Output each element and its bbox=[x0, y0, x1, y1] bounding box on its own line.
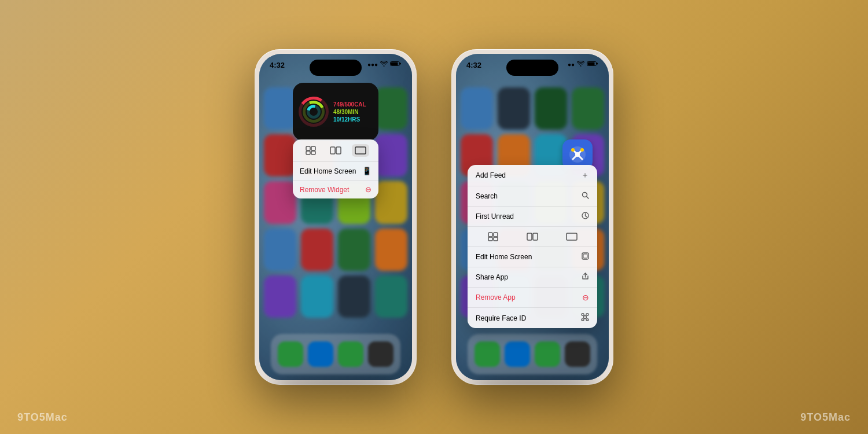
svg-rect-36 bbox=[586, 319, 589, 321]
svg-rect-8 bbox=[336, 147, 341, 154]
size-selector-2 bbox=[468, 227, 597, 247]
svg-rect-7 bbox=[330, 147, 335, 154]
remove-widget-icon: ⊖ bbox=[365, 185, 372, 194]
svg-rect-3 bbox=[306, 146, 310, 150]
first-unread-label: First Unread bbox=[476, 212, 514, 220]
svg-rect-26 bbox=[488, 237, 492, 241]
remove-app-label: Remove App bbox=[476, 293, 516, 301]
search-label: Search bbox=[476, 192, 498, 200]
calories-stat: 749/500CAL bbox=[333, 101, 366, 108]
signal-icon-2: ●● bbox=[568, 61, 575, 68]
svg-line-20 bbox=[587, 197, 589, 199]
phone-1-status-icons: ●●● bbox=[367, 61, 402, 68]
svg-point-16 bbox=[575, 152, 580, 157]
svg-rect-27 bbox=[494, 237, 498, 241]
battery-icon-2 bbox=[587, 61, 598, 68]
svg-rect-1 bbox=[391, 62, 398, 65]
require-face-id-label: Require Face ID bbox=[476, 314, 526, 322]
edit-home-screen-item[interactable]: Edit Home Screen 📱 bbox=[293, 162, 378, 181]
remove-app-item[interactable]: Remove App ⊖ bbox=[468, 288, 597, 308]
edit-home-screen-label-2: Edit Home Screen bbox=[476, 253, 532, 261]
edit-home-screen-item-2[interactable]: Edit Home Screen bbox=[468, 247, 597, 267]
size-small-btn[interactable] bbox=[302, 144, 319, 157]
require-face-id-item[interactable]: Require Face ID bbox=[468, 308, 597, 328]
svg-rect-28 bbox=[527, 233, 532, 240]
phone-2-time: 4:32 bbox=[466, 61, 481, 69]
phone-1-context-menu: 749/500CAL 48/30MIN 10/12HRS bbox=[293, 83, 378, 198]
watermark-right: 9TO5Mac bbox=[800, 411, 851, 424]
signal-icon: ●●● bbox=[367, 61, 378, 68]
phone-2-screen: 4:32 ●● bbox=[456, 54, 609, 380]
svg-rect-29 bbox=[533, 233, 538, 240]
size-large-btn-2[interactable] bbox=[564, 231, 580, 242]
size-medium-btn[interactable] bbox=[327, 144, 344, 157]
svg-rect-25 bbox=[494, 233, 498, 237]
netnewswire-svg bbox=[568, 145, 587, 164]
svg-rect-34 bbox=[586, 314, 589, 315]
widget-popup-menu: Edit Home Screen 📱 Remove Widget ⊖ bbox=[293, 139, 378, 198]
activity-widget: 749/500CAL 48/30MIN 10/12HRS bbox=[293, 83, 378, 141]
share-app-label: Share App bbox=[476, 273, 508, 281]
svg-rect-11 bbox=[588, 62, 595, 65]
svg-line-23 bbox=[586, 216, 587, 217]
phone-2-status-icons: ●● bbox=[568, 61, 598, 68]
svg-point-17 bbox=[571, 148, 575, 152]
svg-rect-35 bbox=[582, 319, 584, 321]
watermark-left: 9TO5Mac bbox=[17, 411, 68, 424]
require-face-id-icon bbox=[581, 313, 589, 323]
svg-point-18 bbox=[580, 148, 584, 152]
add-feed-item[interactable]: Add Feed ＋ bbox=[468, 165, 597, 186]
size-medium-btn-2[interactable] bbox=[524, 231, 540, 242]
phone-1-dynamic-island bbox=[310, 60, 362, 76]
phone-1-screen: 4:32 ●●● bbox=[259, 54, 412, 380]
remove-app-icon: ⊖ bbox=[582, 293, 589, 302]
search-icon bbox=[582, 192, 589, 201]
svg-rect-9 bbox=[355, 147, 366, 154]
share-app-icon bbox=[582, 273, 589, 282]
first-unread-item[interactable]: First Unread bbox=[468, 207, 597, 227]
hours-stat: 10/12HRS bbox=[333, 116, 366, 123]
remove-widget-item[interactable]: Remove Widget ⊖ bbox=[293, 181, 378, 198]
svg-rect-32 bbox=[583, 254, 587, 258]
wifi-icon bbox=[380, 61, 388, 68]
svg-rect-30 bbox=[567, 233, 577, 240]
phone-1: 4:32 ●●● bbox=[255, 49, 417, 385]
first-unread-icon bbox=[582, 212, 589, 221]
phone-2-context-menu: Add Feed ＋ Search First Unread bbox=[468, 165, 597, 328]
edit-home-screen-label: Edit Home Screen bbox=[300, 167, 356, 175]
svg-rect-5 bbox=[306, 151, 310, 155]
battery-icon bbox=[390, 61, 402, 68]
share-app-item[interactable]: Share App bbox=[468, 267, 597, 288]
svg-rect-4 bbox=[311, 146, 315, 150]
phones-container: 4:32 ●●● bbox=[255, 49, 613, 385]
size-small-btn-2[interactable] bbox=[485, 231, 501, 242]
phone-2: 4:32 ●● bbox=[451, 49, 613, 385]
svg-rect-6 bbox=[311, 151, 315, 155]
wifi-icon-2 bbox=[577, 61, 584, 68]
phone-1-time: 4:32 bbox=[270, 61, 285, 69]
svg-rect-24 bbox=[488, 233, 492, 237]
svg-rect-33 bbox=[582, 314, 584, 315]
svg-rect-12 bbox=[597, 63, 598, 65]
svg-point-37 bbox=[584, 316, 587, 319]
add-feed-icon: ＋ bbox=[581, 170, 589, 181]
add-feed-label: Add Feed bbox=[476, 171, 506, 179]
minutes-stat: 48/30MIN bbox=[333, 109, 366, 115]
size-selector bbox=[293, 139, 378, 162]
activity-rings bbox=[299, 97, 329, 127]
svg-rect-2 bbox=[400, 63, 401, 65]
remove-widget-label: Remove Widget bbox=[300, 186, 349, 194]
size-large-btn[interactable] bbox=[352, 144, 369, 157]
edit-home-screen-icon: 📱 bbox=[362, 167, 372, 175]
activity-stats: 749/500CAL 48/30MIN 10/12HRS bbox=[333, 101, 366, 123]
edit-home-screen-icon-2 bbox=[582, 252, 589, 262]
search-item[interactable]: Search bbox=[468, 186, 597, 207]
phone-2-dynamic-island bbox=[506, 60, 558, 76]
